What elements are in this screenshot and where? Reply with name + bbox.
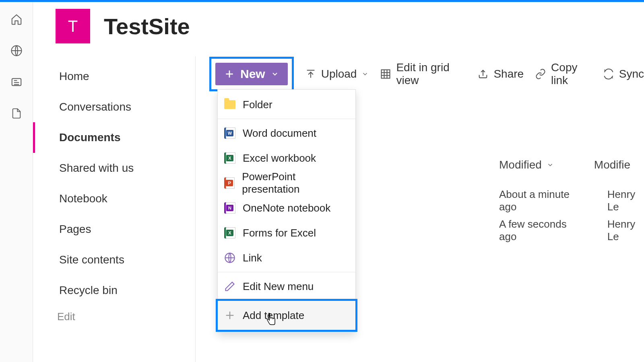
col-modified-label: Modified (499, 158, 542, 171)
cell-modifiedby: Henry Le (607, 188, 644, 213)
menu-folder-label: Folder (243, 99, 272, 111)
menu-editmenu-label: Edit New menu (243, 280, 314, 293)
nav-item-recyclebin[interactable]: Recycle bin (33, 275, 195, 306)
plus-icon (224, 310, 235, 321)
menu-forms-label: Forms for Excel (243, 227, 316, 239)
list-row[interactable]: A few seconds ago Henry Le (499, 216, 644, 245)
chevron-down-icon (361, 70, 369, 78)
word-icon: W (224, 128, 235, 139)
menu-ppt-label: PowerPoint presentation (242, 171, 349, 195)
menu-item-forms[interactable]: X Forms for Excel (218, 220, 355, 245)
pencil-icon (224, 281, 235, 292)
sync-button[interactable]: Sync (603, 68, 644, 80)
copylink-button[interactable]: Copy link (535, 61, 592, 87)
menu-word-label: Word document (243, 127, 316, 140)
menu-item-excel[interactable]: X Excel workbook (218, 146, 355, 171)
col-modified[interactable]: Modified (499, 158, 554, 171)
app-rail (0, 2, 33, 362)
menu-item-editmenu[interactable]: Edit New menu (218, 274, 355, 299)
sync-label: Sync (619, 68, 644, 80)
site-header: T TestSite (33, 2, 644, 50)
copylink-label: Copy link (551, 61, 592, 87)
new-dropdown-menu: Folder W Word document X Excel workbook … (217, 89, 356, 333)
upload-icon (305, 68, 316, 80)
share-icon (477, 68, 489, 80)
menu-addtemplate-label: Add template (243, 309, 304, 322)
nav-item-shared[interactable]: Shared with us (33, 153, 195, 183)
col-modifiedby-label: Modifie (594, 158, 630, 171)
cell-modifiedby: Henry Le (607, 218, 644, 243)
menu-item-link[interactable]: Link (218, 245, 355, 270)
highlight-new-button: New (209, 57, 294, 91)
command-bar: New Upload Edit in grid view Share Copy … (209, 61, 644, 87)
upload-label: Upload (321, 68, 357, 80)
nav-edit-link[interactable]: Edit (33, 311, 195, 323)
folder-icon (224, 100, 235, 109)
grid-view-button[interactable]: Edit in grid view (380, 61, 466, 87)
list-column-headers: Modified Modifie (499, 158, 644, 171)
list-row[interactable]: About a minute ago Henry Le (499, 186, 644, 216)
svg-rect-9 (382, 70, 390, 78)
excel-icon: X (224, 152, 235, 164)
chevron-down-icon (547, 161, 554, 169)
file-icon[interactable] (10, 107, 23, 119)
menu-excel-label: Excel workbook (243, 152, 316, 165)
grid-label: Edit in grid view (396, 61, 466, 87)
list-rows: About a minute ago Henry Le A few second… (499, 186, 644, 245)
cell-modified: About a minute ago (499, 188, 579, 213)
menu-link-label: Link (243, 252, 262, 264)
share-label: Share (493, 68, 524, 80)
site-logo[interactable]: T (56, 9, 90, 43)
menu-item-folder[interactable]: Folder (218, 92, 355, 117)
forms-excel-icon: X (224, 227, 235, 239)
nav-item-home[interactable]: Home (33, 61, 195, 92)
cell-modified: A few seconds ago (499, 218, 579, 243)
menu-onenote-label: OneNote notebook (243, 202, 330, 214)
powerpoint-icon: P (224, 177, 235, 189)
onenote-icon: N (224, 202, 235, 214)
menu-item-powerpoint[interactable]: P PowerPoint presentation (218, 171, 355, 195)
grid-icon (380, 68, 391, 80)
col-modifiedby[interactable]: Modifie (594, 158, 630, 171)
new-button[interactable]: New (215, 63, 288, 85)
chevron-down-icon (271, 70, 279, 78)
menu-item-word[interactable]: W Word document (218, 121, 355, 146)
new-button-label: New (240, 67, 265, 81)
highlight-add-template: Add template (216, 299, 357, 332)
nav-item-notebook[interactable]: Notebook (33, 183, 195, 214)
nav-item-documents[interactable]: Documents (33, 122, 195, 153)
menu-item-onenote[interactable]: N OneNote notebook (218, 195, 355, 220)
nav-item-pages[interactable]: Pages (33, 214, 195, 245)
nav-item-sitecontents[interactable]: Site contents (33, 245, 195, 275)
share-button[interactable]: Share (477, 68, 524, 80)
menu-item-addtemplate[interactable]: Add template (218, 301, 355, 330)
site-title: TestSite (104, 13, 190, 39)
link-icon (535, 68, 546, 80)
globe-icon[interactable] (10, 45, 23, 57)
nav-item-conversations[interactable]: Conversations (33, 92, 195, 122)
sync-icon (603, 68, 614, 80)
left-vertical-nav: Home Conversations Documents Shared with… (33, 56, 196, 362)
globe-icon (224, 252, 235, 263)
upload-button[interactable]: Upload (305, 68, 369, 80)
home-icon[interactable] (10, 13, 23, 25)
news-icon[interactable] (10, 76, 23, 88)
